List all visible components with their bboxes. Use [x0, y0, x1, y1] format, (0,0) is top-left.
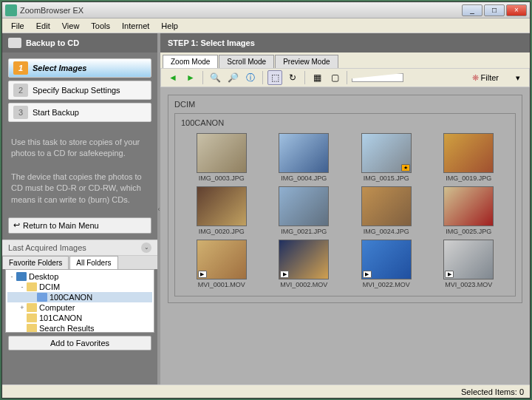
thumbnail-image: ▶ [361, 240, 412, 279]
back-button[interactable]: ◄ [166, 70, 180, 85]
expand-icon[interactable]: - [7, 273, 16, 280]
thumbnail[interactable]: IMG_0004.JPG [265, 133, 344, 182]
rotate-button[interactable]: ↻ [285, 70, 300, 85]
thumbnail[interactable]: ▶MVI_0022.MOV [347, 240, 426, 288]
thumbnail-image [279, 186, 329, 226]
return-button[interactable]: ↩ Return to Main Menu [8, 217, 151, 234]
tree-item[interactable]: Search Results [7, 323, 152, 333]
cd-icon [8, 38, 21, 48]
thumbnail[interactable]: ★IMG_0015.JPG [347, 133, 426, 182]
folder-tab-0[interactable]: Favorite Folders [2, 256, 69, 269]
select-tool-button[interactable]: ⬚ [267, 70, 282, 85]
thumbnail-image: ▶ [279, 240, 329, 279]
tree-label: Search Results [39, 324, 95, 333]
last-acquired-header[interactable]: Last Acquired Images ⌄ [2, 240, 157, 256]
step-number: 2 [13, 84, 28, 97]
menu-view[interactable]: View [56, 20, 86, 32]
help-text-1: Use this task to store copies of your ph… [2, 131, 157, 166]
thumbnail-name: MVI_0022.MOV [363, 281, 410, 288]
forward-button[interactable]: ► [183, 70, 198, 85]
folder-tree[interactable]: -Desktop-DCIM 100CANON+Computer 101CANON… [5, 269, 154, 333]
menu-internet[interactable]: Internet [116, 20, 155, 32]
thumbnail[interactable]: IMG_0021.JPG [265, 186, 344, 235]
tree-item[interactable]: 101CANON [7, 313, 152, 323]
tree-item[interactable]: -Desktop [7, 271, 152, 282]
zoom-in-button[interactable]: 🔎 [225, 70, 240, 85]
menu-tools[interactable]: Tools [85, 20, 116, 32]
maximize-button[interactable]: □ [484, 4, 505, 16]
add-favorites-button[interactable]: Add to Favorites [8, 336, 151, 350]
thumbnail-image [279, 133, 329, 173]
thumbnail[interactable]: IMG_0024.JPG [347, 186, 426, 235]
thumbnail-grid: IMG_0003.JPGIMG_0004.JPG★IMG_0015.JPGIMG… [178, 129, 512, 293]
chevron-down-icon: ⌄ [141, 243, 151, 253]
thumbnail-image [443, 186, 494, 226]
thumbnail[interactable]: ▶MVI_0002.MOV [265, 240, 344, 288]
help-text-2: The device that copies the photos to CD … [2, 166, 157, 211]
thumbnail-name: IMG_0015.JPG [364, 174, 409, 182]
zoom-slider[interactable] [352, 73, 403, 82]
titlebar: ZoomBrowser EX _ □ × [2, 2, 530, 18]
tree-item[interactable]: +Computer [7, 302, 152, 313]
menu-edit[interactable]: Edit [30, 20, 56, 32]
thumbnail[interactable]: IMG_0003.JPG [183, 133, 261, 182]
filter-button[interactable]: ❋ Filter ▾ [468, 72, 525, 84]
thumbnail-name: MVI_0001.MOV [198, 281, 245, 288]
menu-file[interactable]: File [5, 20, 30, 32]
step-number: 1 [13, 61, 28, 75]
thumbnail[interactable]: IMG_0019.JPG [430, 133, 508, 182]
tree-label: DCIM [39, 282, 60, 291]
thumbnail[interactable]: IMG_0025.JPG [430, 186, 508, 235]
select-all-button[interactable]: ▦ [310, 70, 324, 85]
info-button[interactable]: ⓘ [243, 70, 258, 85]
zoom-out-button[interactable]: 🔍 [208, 70, 222, 85]
movie-icon: ▶ [280, 271, 289, 278]
thumbnail-image [443, 133, 494, 173]
expand-icon[interactable] [18, 325, 27, 332]
close-button[interactable]: × [506, 4, 527, 16]
thumbnail[interactable]: ▶MVI_0023.MOV [430, 240, 508, 288]
thumbnail-name: IMG_0019.JPG [446, 174, 491, 182]
folder-icon [27, 303, 37, 312]
expand-icon[interactable]: - [18, 283, 27, 291]
mode-tab-zoom-mode[interactable]: Zoom Mode [163, 55, 218, 68]
main-panel: STEP 1: Select Images Zoom ModeScroll Mo… [160, 33, 530, 384]
mode-tabs: Zoom ModeScroll ModePreview Mode [160, 52, 530, 68]
thumbnail[interactable]: IMG_0020.JPG [183, 186, 261, 235]
folder-tab-1[interactable]: All Folders [69, 256, 117, 269]
toolbar: ◄ ► 🔍 🔎 ⓘ ⬚ ↻ ▦ ▢ ❋ Filter ▾ [160, 68, 530, 87]
thumbnail-image [197, 186, 247, 226]
thumbnail-image: ★ [361, 133, 412, 173]
expand-icon[interactable] [18, 314, 27, 322]
subfolder-group: 100CANON IMG_0003.JPGIMG_0004.JPG★IMG_00… [174, 113, 516, 296]
tree-item[interactable]: 100CANON [7, 292, 152, 302]
image-viewer[interactable]: DCIM 100CANON IMG_0003.JPGIMG_0004.JPG★I… [160, 87, 530, 384]
step-2[interactable]: 2Specify Backup Settings [8, 81, 151, 100]
sidebar: Backup to CD 1Select Images2Specify Back… [2, 33, 157, 384]
movie-icon: ▶ [445, 271, 454, 278]
movie-icon: ▶ [198, 271, 207, 278]
expand-icon[interactable]: + [18, 304, 27, 311]
separator [202, 71, 203, 84]
step-1[interactable]: 1Select Images [8, 58, 151, 78]
thumbnail-image: ▶ [443, 240, 494, 279]
tree-item[interactable]: -DCIM [7, 282, 152, 292]
menu-help[interactable]: Help [155, 20, 184, 32]
step-header-label: STEP 1: Select Images [168, 38, 255, 47]
thumbnail[interactable]: ▶MVI_0001.MOV [183, 240, 261, 288]
selected-items-count: 0 [519, 387, 524, 396]
thumbnail-name: IMG_0004.JPG [281, 174, 327, 182]
deselect-button[interactable]: ▢ [327, 70, 342, 85]
step-3[interactable]: 3Start Backup [8, 103, 151, 122]
separator [304, 71, 305, 84]
back-arrow-icon: ↩ [13, 220, 20, 230]
mode-tab-scroll-mode[interactable]: Scroll Mode [219, 55, 274, 68]
mode-tab-preview-mode[interactable]: Preview Mode [275, 55, 338, 68]
thumbnail-image: ▶ [197, 240, 247, 279]
expand-icon[interactable] [28, 294, 37, 301]
minimize-button[interactable]: _ [462, 4, 482, 16]
folder-icon [16, 272, 27, 281]
sidebar-title: Backup to CD [26, 38, 79, 47]
step-header: STEP 1: Select Images [160, 33, 530, 52]
return-label: Return to Main Menu [23, 221, 99, 230]
